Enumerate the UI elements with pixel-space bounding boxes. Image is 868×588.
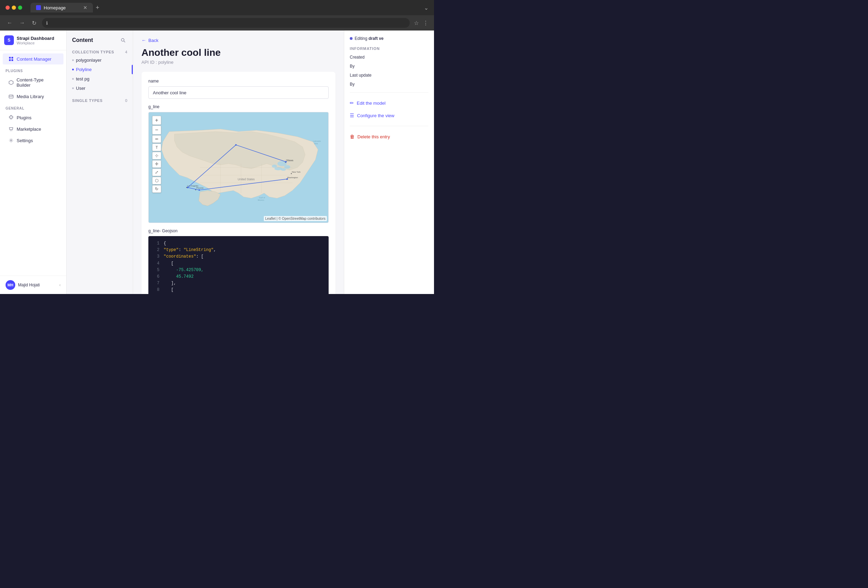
sidebar-brand-info: Strapi Dashboard Workplace [17,36,54,45]
map-pointer-button[interactable]: ⊹ [152,152,161,160]
ct-label-polyline: Polyline [76,67,92,72]
sidebar-item-plugins[interactable]: Plugins [3,112,63,123]
ct-item-polygonlayer[interactable]: polygonlayer [66,55,133,65]
ct-dot-testpg [72,78,74,80]
ct-label-polygonlayer: polygonlayer [76,58,102,63]
address-bar[interactable]: ℹ [42,18,410,28]
delete-entry-label: Delete this entry [357,134,390,139]
map-text-button[interactable]: T [152,143,161,151]
sidebar-item-label-media-library: Media Library [17,94,44,99]
sidebar-item-marketplace[interactable]: Marketplace [3,123,63,134]
browser-toolbar: ← → ↻ ℹ ☆ ⋮ [0,15,434,31]
code-line-3: 3 "coordinates": [ [152,253,325,260]
map-move-button[interactable]: ✛ [152,160,161,168]
map-refresh-button[interactable]: ↻ [152,185,161,193]
user-name: Majid Hojati [18,282,40,287]
content-panel-title: Content [72,37,93,43]
refresh-button[interactable]: ↻ [31,18,38,28]
svg-text:Labrador: Labrador [313,140,321,142]
content-manager-icon [8,56,14,62]
svg-text:Phoenix: Phoenix [196,187,204,189]
logo-text: S [7,38,10,43]
sidebar-collapse-button[interactable]: ‹ [59,282,61,287]
configure-view-label: Configure the view [357,113,394,118]
tab-close-button[interactable]: ✕ [83,5,87,10]
geojson-label: g_line- Geojson [148,229,329,233]
tab-title: Homepage [44,5,66,10]
browser-menu-icon[interactable]: ⋮ [423,20,428,27]
page-subtitle: API ID : polyline [142,60,335,65]
back-button[interactable]: ← [6,18,14,27]
svg-text:Sea: Sea [314,142,318,145]
last-update-by-label: By [350,82,428,87]
brand-name: Strapi Dashboard [17,36,54,41]
page-title: Another cool line [142,47,335,58]
code-line-4: 4 [ [152,260,325,267]
svg-text:Gulf of: Gulf of [259,196,265,199]
sidebar-item-content-manager[interactable]: Content Manager [3,53,63,65]
g-line-label: g_line [148,104,329,109]
browser-tab-homepage[interactable]: Homepage ✕ [31,3,93,12]
code-line-7: 7 ], [152,280,325,287]
information-section-title: INFORMATION [350,46,428,50]
ct-item-user[interactable]: User [66,84,133,93]
map-draw-line-button[interactable]: ✏ [152,135,161,143]
sidebar-item-settings[interactable]: Settings [3,135,63,146]
sidebar-nav: Content Manager PLUGINS Content-Type Bui… [0,50,66,276]
ct-label-user: User [76,86,85,91]
content-panel-header: Content [66,31,133,47]
sidebar-item-content-type-builder[interactable]: Content-Type Builder [3,75,63,90]
svg-point-41 [286,178,288,180]
collection-types-count: 4 [125,50,127,54]
browser-titlebar: Homepage ✕ + ⌄ [0,0,434,15]
sidebar-item-label-settings: Settings [17,138,33,143]
geojson-editor[interactable]: 1 { 2 "type": "LineString", 3 "coordinat… [148,236,329,294]
map-polygon-button[interactable]: ⬡ [152,177,161,185]
back-arrow-icon: ← [142,37,146,43]
code-line-8: 8 [ [152,287,325,293]
content-search-button[interactable] [119,36,127,44]
sidebar-item-label-ctb: Content-Type Builder [17,77,58,88]
svg-point-37 [285,161,287,163]
back-link[interactable]: ← Back [142,37,335,43]
configure-view-link[interactable]: ☰ Configure the view [350,111,428,120]
app-container: S Strapi Dashboard Workplace Content M [0,31,434,294]
created-row: Created [350,55,428,60]
name-input[interactable] [148,86,329,99]
close-traffic-light[interactable] [6,6,10,10]
maximize-traffic-light[interactable] [18,6,22,10]
last-update-row: Last update [350,73,428,78]
sidebar-item-media-library[interactable]: Media Library [3,91,63,102]
workspace-name: Workplace [17,41,54,45]
created-by-label: By [350,64,428,69]
new-tab-button[interactable]: + [96,4,99,12]
toolbar-actions: ☆ ⋮ [414,20,428,27]
code-line-9: 9 -74.107846, [152,294,325,294]
minimize-traffic-light[interactable] [12,6,16,10]
single-types-count: 0 [125,99,127,103]
map-container[interactable]: United States Pacific Ocean Ottawa New Y… [148,112,329,223]
ct-item-polyline[interactable]: Polyline [66,65,133,74]
delete-entry-link[interactable]: 🗑 Delete this entry [350,132,428,142]
sidebar-footer: MH Majid Hojati ‹ [0,276,66,294]
map-zoom-in-button[interactable]: + [152,116,161,125]
svg-rect-0 [9,57,11,59]
marketplace-icon [8,126,14,132]
edit-model-icon: ✏ [350,100,354,106]
ct-item-testpg[interactable]: test pg [66,74,133,84]
edit-model-link[interactable]: ✏ Edit the model [350,98,428,108]
delete-icon: 🗑 [350,134,354,139]
svg-point-6 [12,130,12,131]
forward-button[interactable]: → [18,18,27,27]
ct-dot-polyline [72,69,74,70]
svg-point-5 [10,130,11,131]
window-menu[interactable]: ⌄ [424,4,428,11]
name-field-label: name [148,79,329,84]
draft-badge: Editing draft ve [350,36,428,41]
svg-text:Washington: Washington [287,176,298,179]
settings-icon [8,137,14,143]
browser-chrome: Homepage ✕ + ⌄ ← → ↻ ℹ ☆ ⋮ [0,0,434,31]
bookmark-icon[interactable]: ☆ [414,20,419,27]
map-scale-button[interactable]: ⤢ [152,168,161,176]
map-zoom-out-button[interactable]: − [152,126,161,134]
